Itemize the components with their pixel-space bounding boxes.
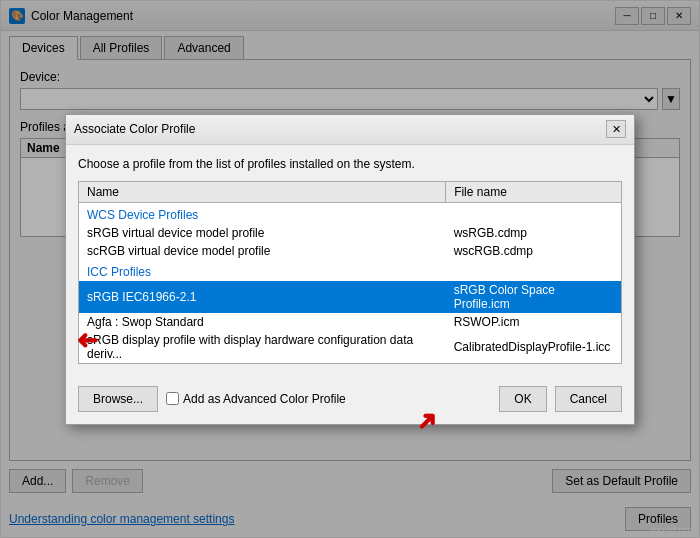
profile-table: Name File name WCS Device ProfilessRGB v… [78,181,622,364]
profile-file-cell: CalibratedDisplayProfile-1.icc [446,331,622,364]
table-row[interactable]: sRGB IEC61966-2.1sRGB Color Space Profil… [79,281,622,313]
main-window: 🎨 Color Management ─ □ ✕ Devices All Pro… [0,0,700,538]
watermark: wsxdrf.com [649,525,695,535]
profile-name-cell: Agfa : Swop Standard [79,313,446,331]
dialog-overlay: Associate Color Profile ✕ Choose a profi… [1,1,699,537]
dialog-footer: Browse... Add as Advanced Color Profile … [66,386,634,424]
table-row[interactable]: sRGB display profile with display hardwa… [79,331,622,364]
profile-file-cell: wsRGB.cdmp [446,224,622,242]
table-row[interactable]: sRGB virtual device model profilewsRGB.c… [79,224,622,242]
profile-name-cell: sRGB virtual device model profile [79,224,446,242]
profile-name-cell: sRGB display profile with display hardwa… [79,331,446,364]
file-col-header: File name [446,181,622,202]
table-row[interactable]: Agfa : Swop StandardRSWOP.icm [79,313,622,331]
dialog-title-bar: Associate Color Profile ✕ [66,115,634,145]
table-row[interactable]: scRGB virtual device model profilewscRGB… [79,242,622,260]
section-header: ICC Profiles [79,260,622,281]
name-col-header: Name [79,181,446,202]
browse-button[interactable]: Browse... [78,386,158,412]
profile-name-cell: scRGB virtual device model profile [79,242,446,260]
add-as-advanced-text: Add as Advanced Color Profile [183,392,346,406]
profile-file-cell: wscRGB.cdmp [446,242,622,260]
ok-button[interactable]: OK [499,386,546,412]
profile-file-cell: sRGB Color Space Profile.icm [446,281,622,313]
dialog-title: Associate Color Profile [74,122,606,136]
cancel-button[interactable]: Cancel [555,386,622,412]
add-as-advanced-checkbox[interactable] [166,392,179,405]
section-header: WCS Device Profiles [79,202,622,224]
profile-name-cell: sRGB IEC61966-2.1 [79,281,446,313]
add-as-advanced-label[interactable]: Add as Advanced Color Profile [166,392,346,406]
dialog-body: Choose a profile from the list of profil… [66,145,634,386]
dialog-close-button[interactable]: ✕ [606,120,626,138]
profile-file-cell: RSWOP.icm [446,313,622,331]
dialog-description: Choose a profile from the list of profil… [78,157,622,171]
associate-profile-dialog: Associate Color Profile ✕ Choose a profi… [65,114,635,425]
